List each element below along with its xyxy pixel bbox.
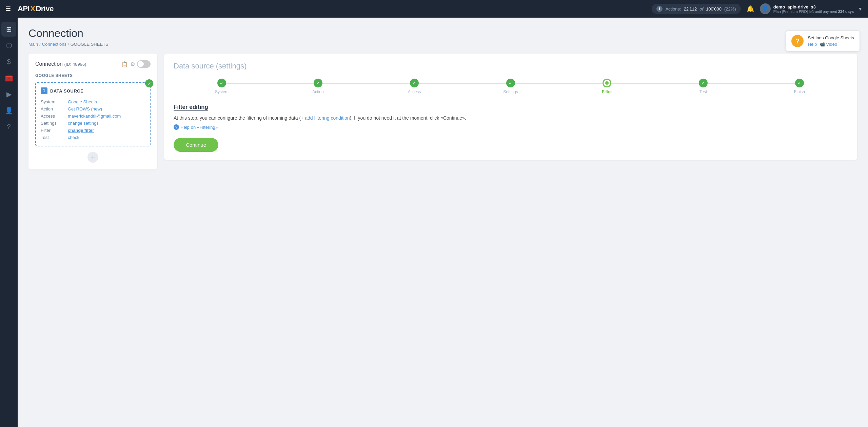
top-navigation: ☰ APIXDrive i Actions: 22'112 of 100'000…: [0, 0, 868, 18]
row-key: Filter: [41, 127, 68, 134]
row-value[interactable]: change settings: [68, 120, 145, 127]
page-header: Connection Main / Connections / GOOGLE S…: [28, 27, 857, 47]
row-value[interactable]: Google Sheets: [68, 98, 145, 105]
step-label: Finish: [794, 89, 805, 94]
actions-label: Actions:: [665, 6, 681, 12]
datasource-table: SystemGoogle SheetsActionGet ROWS (new)A…: [41, 98, 145, 141]
user-info: demo_apix-drive_s3 Plan |Premium PRO| le…: [773, 4, 854, 14]
page-content: ? Settings Google Sheets Help 📹 Video Co…: [18, 18, 868, 427]
sidebar-item-tools[interactable]: 🧰: [1, 70, 16, 85]
table-row: Accessmaverickandrii@gmail.com: [41, 113, 145, 120]
page-title: Connection: [28, 27, 857, 40]
breadcrumb-main[interactable]: Main: [28, 42, 38, 47]
step-circle: ✓: [410, 79, 419, 87]
step-label: Access: [408, 89, 421, 94]
right-panel: Data source (settings) ✓System✓Action✓Ac…: [164, 54, 857, 160]
sidebar-item-dashboard[interactable]: ⊞: [1, 22, 16, 37]
breadcrumb: Main / Connections / GOOGLE SHEETS: [28, 42, 857, 47]
add-datasource-button[interactable]: +: [87, 152, 98, 163]
panel-title: Connection (ID: 48996): [35, 61, 119, 67]
sidebar-item-help[interactable]: ?: [1, 119, 16, 134]
sidebar-item-profile[interactable]: 👤: [1, 103, 16, 118]
actions-count: 22'112: [684, 6, 697, 12]
help-content: Settings Google Sheets Help 📹 Video: [808, 35, 854, 47]
user-plan: Plan |Premium PRO| left until payment 23…: [773, 9, 854, 14]
step-circle: ✓: [699, 79, 708, 87]
step-item-finish[interactable]: ✓Finish: [751, 79, 848, 94]
logo-x: X: [30, 4, 35, 13]
main-layout: ⊞ ⬡ $ 🧰 ▶ 👤 ? ? Settings Google Sheets H…: [0, 18, 868, 427]
help-link[interactable]: Help: [808, 42, 817, 47]
panel-icons: 📋 ⚙: [121, 60, 151, 68]
table-row: Settingschange settings: [41, 120, 145, 127]
panel-header: Connection (ID: 48996) 📋 ⚙: [35, 60, 151, 68]
table-row: Testcheck: [41, 134, 145, 141]
table-row: SystemGoogle Sheets: [41, 98, 145, 105]
notification-bell[interactable]: 🔔: [745, 3, 756, 14]
enable-toggle[interactable]: [137, 60, 151, 68]
row-key: System: [41, 98, 68, 105]
connection-subtitle: GOOGLE SHEETS: [35, 73, 151, 78]
row-value[interactable]: check: [68, 134, 145, 141]
sidebar-item-connections[interactable]: ⬡: [1, 38, 16, 53]
row-value[interactable]: change filter: [68, 127, 145, 134]
step-item-system[interactable]: ✓System: [174, 79, 270, 94]
filter-description: At this step, you can configure the filt…: [174, 115, 848, 122]
sidebar: ⊞ ⬡ $ 🧰 ▶ 👤 ?: [0, 18, 18, 427]
settings-icon[interactable]: ⚙: [130, 61, 135, 67]
step-item-filter[interactable]: Filter: [559, 79, 655, 94]
hamburger-menu[interactable]: ☰: [5, 5, 11, 13]
datasource-check-icon: ✓: [145, 79, 153, 87]
breadcrumb-current: GOOGLE SHEETS: [71, 42, 108, 47]
row-key: Access: [41, 113, 68, 120]
actions-pct: (22%): [724, 6, 736, 12]
actions-of: of: [699, 6, 703, 12]
logo-api: API: [18, 4, 29, 13]
step-item-settings[interactable]: ✓Settings: [462, 79, 559, 94]
row-key: Test: [41, 134, 68, 141]
logo-drive: Drive: [36, 4, 54, 13]
chevron-down-icon: ▼: [858, 6, 863, 12]
add-filter-link[interactable]: + add filtering condition: [301, 115, 350, 121]
step-label: System: [215, 89, 229, 94]
step-circle: ✓: [506, 79, 515, 87]
two-col-layout: Connection (ID: 48996) 📋 ⚙ GOOGLE SHEETS…: [28, 54, 857, 169]
video-link[interactable]: 📹 Video: [820, 42, 837, 47]
step-item-test[interactable]: ✓Test: [655, 79, 751, 94]
filter-help-link[interactable]: ? Help on «Filtering»: [174, 124, 848, 130]
datasource-header: 1 DATA SOURCE: [41, 87, 145, 94]
continue-button[interactable]: Continue: [174, 138, 218, 152]
datasource-box: ✓ 1 DATA SOURCE SystemGoogle SheetsActio…: [35, 82, 151, 146]
table-row: ActionGet ROWS (new): [41, 105, 145, 113]
step-circle: ✓: [314, 79, 322, 87]
user-name: demo_apix-drive_s3: [773, 4, 854, 9]
connection-id: (ID: 48996): [64, 62, 86, 67]
avatar: 👤: [760, 3, 771, 14]
help-links: Help 📹 Video: [808, 42, 854, 47]
steps-bar: ✓System✓Action✓Access✓SettingsFilter✓Tes…: [174, 79, 848, 94]
step-label: Settings: [503, 89, 518, 94]
row-key: Action: [41, 105, 68, 113]
info-icon: i: [656, 6, 663, 12]
logo: APIXDrive: [18, 4, 54, 13]
help-q-icon: ?: [174, 124, 179, 130]
copy-icon[interactable]: 📋: [121, 61, 128, 67]
filter-section-title: Filter editing: [174, 104, 208, 111]
help-circle-icon: ?: [791, 35, 804, 47]
step-circle-active: [603, 79, 611, 87]
user-menu[interactable]: 👤 demo_apix-drive_s3 Plan |Premium PRO| …: [760, 3, 863, 14]
datasource-number: 1: [41, 87, 47, 94]
step-item-action[interactable]: ✓Action: [270, 79, 366, 94]
step-label: Test: [699, 89, 707, 94]
breadcrumb-connections[interactable]: Connections: [42, 42, 66, 47]
step-item-access[interactable]: ✓Access: [366, 79, 462, 94]
row-value[interactable]: maverickandrii@gmail.com: [68, 113, 145, 120]
sidebar-item-media[interactable]: ▶: [1, 87, 16, 102]
row-value[interactable]: Get ROWS (new): [68, 105, 145, 113]
step-label: Action: [312, 89, 323, 94]
filter-section: Filter editing At this step, you can con…: [174, 104, 848, 152]
step-circle: ✓: [795, 79, 804, 87]
sidebar-item-billing[interactable]: $: [1, 54, 16, 69]
row-key: Settings: [41, 120, 68, 127]
help-tooltip-title: Settings Google Sheets: [808, 35, 854, 40]
